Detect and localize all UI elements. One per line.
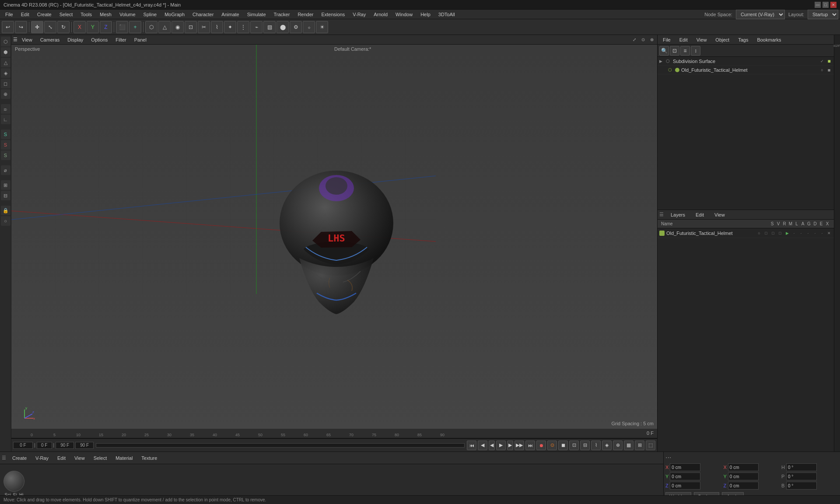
move-button[interactable]: ✛ xyxy=(31,21,43,33)
menu-spline[interactable]: Spline xyxy=(140,11,161,18)
curve-mode-button[interactable]: ⌇ xyxy=(591,441,601,450)
menu-volume[interactable]: Volume xyxy=(116,11,139,18)
brush-button[interactable]: ☀ xyxy=(316,21,328,33)
menu-mesh[interactable]: Mesh xyxy=(96,11,115,18)
rot-x-input[interactable] xyxy=(728,463,759,471)
om-bookmarks[interactable]: Bookmarks xyxy=(753,36,784,43)
node-space-dropdown[interactable]: Current (V-Ray) xyxy=(736,10,785,19)
knife-button[interactable]: ✂ xyxy=(198,21,210,33)
x-axis-button[interactable]: X xyxy=(74,21,86,33)
menu-character[interactable]: Character xyxy=(189,11,217,18)
om-tags[interactable]: Tags xyxy=(735,36,752,43)
obj-helmet[interactable]: ⬡ Old_Futuristic_Tactical_Helmet ○ ■ xyxy=(658,66,834,74)
point-button[interactable]: ◉ xyxy=(172,21,184,33)
particle-button[interactable]: ✦ xyxy=(224,21,236,33)
layout-dropdown[interactable]: Startup xyxy=(808,10,838,19)
rotate-button[interactable]: ↻ xyxy=(57,21,70,33)
layer-cam-icon[interactable]: □ xyxy=(763,230,769,236)
mat-edit[interactable]: Edit xyxy=(55,455,68,462)
om-collapse[interactable]: ↕ xyxy=(691,46,700,56)
extra-button[interactable]: ⊕ xyxy=(613,441,623,450)
pos-z-input[interactable] xyxy=(670,482,700,490)
layer-mode-button[interactable]: ⊟ xyxy=(580,441,590,450)
obj-check-s1[interactable]: ■ xyxy=(826,58,832,64)
sidebar-grid-1[interactable]: ⊞ xyxy=(1,180,10,190)
layer-row-helmet[interactable]: Old_Futuristic_Tactical_Helmet ○ □ □ □ ▶… xyxy=(658,228,834,238)
sidebar-mode-3[interactable]: △ xyxy=(1,58,10,67)
om-file[interactable]: File xyxy=(659,36,674,43)
menu-mograph[interactable]: MoGraph xyxy=(161,11,188,18)
sidebar-tool-5[interactable]: S xyxy=(1,150,10,160)
sidebar-mode-5[interactable]: ◻ xyxy=(1,79,10,88)
maximize-button[interactable]: □ xyxy=(822,2,829,8)
om-object[interactable]: Object xyxy=(712,36,733,43)
obj-check-v2[interactable]: ○ xyxy=(819,67,825,73)
y-axis-button[interactable]: Y xyxy=(87,21,99,33)
layer-motion-icon[interactable]: □ xyxy=(777,230,783,236)
layers-menu-view[interactable]: View xyxy=(711,211,728,218)
vp-menu-display[interactable]: Display xyxy=(64,36,87,43)
hair-button[interactable]: ⌁ xyxy=(250,21,262,33)
sidebar-tool-3[interactable]: S xyxy=(1,130,10,139)
magnet-button[interactable]: ⚙ xyxy=(290,21,302,33)
motion-button[interactable]: ⊡ xyxy=(569,441,579,450)
sidebar-tool-4[interactable]: S xyxy=(1,140,10,150)
menu-create[interactable]: Create xyxy=(34,11,55,18)
menu-tracker[interactable]: Tracker xyxy=(270,11,294,18)
layers-menu-edit[interactable]: Edit xyxy=(692,211,707,218)
obj-check-v1[interactable]: ✓ xyxy=(819,58,825,64)
menu-arnold[interactable]: Arnold xyxy=(370,11,391,18)
menu-tools[interactable]: Tools xyxy=(77,11,95,18)
menu-window[interactable]: Window xyxy=(392,11,416,18)
menu-file[interactable]: File xyxy=(2,11,17,18)
undo-button[interactable]: ↩ xyxy=(2,21,14,33)
cube-button[interactable]: ⬛ xyxy=(116,21,128,33)
om-search[interactable]: 🔍 xyxy=(659,46,669,56)
z-axis-button[interactable]: Z xyxy=(100,21,112,33)
layer-dot1-icon[interactable]: · xyxy=(791,230,797,236)
play-prev-button[interactable]: ◀ xyxy=(478,441,487,450)
record-button[interactable]: ⏺ xyxy=(536,441,546,450)
viewport-expand-icon[interactable]: ⤢ xyxy=(631,36,638,43)
layers-hamburger[interactable]: ☰ xyxy=(659,212,664,217)
menu-animate[interactable]: Animate xyxy=(218,11,242,18)
layer-dot3-icon[interactable]: · xyxy=(805,230,811,236)
menu-vray[interactable]: V-Ray xyxy=(349,11,369,18)
layers-menu-layers[interactable]: Layers xyxy=(667,211,689,218)
mat-create[interactable]: Create xyxy=(10,455,29,462)
om-view[interactable]: View xyxy=(693,36,710,43)
select2-button[interactable]: ⬤ xyxy=(276,21,289,33)
sidebar-mode-1[interactable]: ⬡ xyxy=(1,37,10,46)
scale-button[interactable]: ⤡ xyxy=(44,21,56,33)
key-sel-button[interactable]: ◼ xyxy=(558,441,568,450)
rot-z-input[interactable] xyxy=(728,482,759,490)
deform-button[interactable]: ⌇ xyxy=(211,21,223,33)
sidebar-snap-1[interactable]: ⌀ xyxy=(1,165,10,175)
play-prev2-button[interactable]: ◀ xyxy=(489,441,495,450)
vp-menu-hamburger[interactable]: ☰ xyxy=(13,37,18,42)
poly-button[interactable]: ⬡ xyxy=(145,21,158,33)
obj-subdivision-surface[interactable]: ▶ ⬡ Subdivision Surface ✓ ■ xyxy=(658,57,834,66)
sidebar-lock-1[interactable]: 🔒 xyxy=(1,206,10,215)
minimize-button[interactable]: — xyxy=(815,2,821,8)
layer-dot5-icon[interactable]: · xyxy=(819,230,825,236)
layer-dot4-icon[interactable]: · xyxy=(812,230,818,236)
sidebar-mode-6[interactable]: ⊕ xyxy=(1,89,10,99)
layer-eye-icon[interactable]: ○ xyxy=(756,230,762,236)
play-end-button[interactable]: ⏭ xyxy=(525,441,535,450)
sidebar-tool-1[interactable]: ⎄ xyxy=(1,104,10,114)
sidebar-grid-2[interactable]: ⊟ xyxy=(1,191,10,200)
vp-menu-filter[interactable]: Filter xyxy=(112,36,130,43)
obj-check-s2[interactable]: ■ xyxy=(826,67,832,73)
material-item-1[interactable]: Sci_Fi_Hi xyxy=(4,471,24,497)
viewport-camera-icon[interactable]: ⊕ xyxy=(648,36,655,43)
far-right-icon-1[interactable]: SATR xyxy=(829,43,840,48)
pos-y-input[interactable] xyxy=(670,472,700,480)
select1-button[interactable]: ▧ xyxy=(263,21,276,33)
pos-x-input[interactable] xyxy=(670,463,700,471)
mat-select[interactable]: Select xyxy=(91,455,110,462)
scale-b-input[interactable] xyxy=(786,482,817,490)
close-button[interactable]: ✕ xyxy=(830,2,836,8)
menu-help[interactable]: Help xyxy=(417,11,434,18)
viewport-3d[interactable]: Perspective Default Camera:* xyxy=(11,45,657,429)
